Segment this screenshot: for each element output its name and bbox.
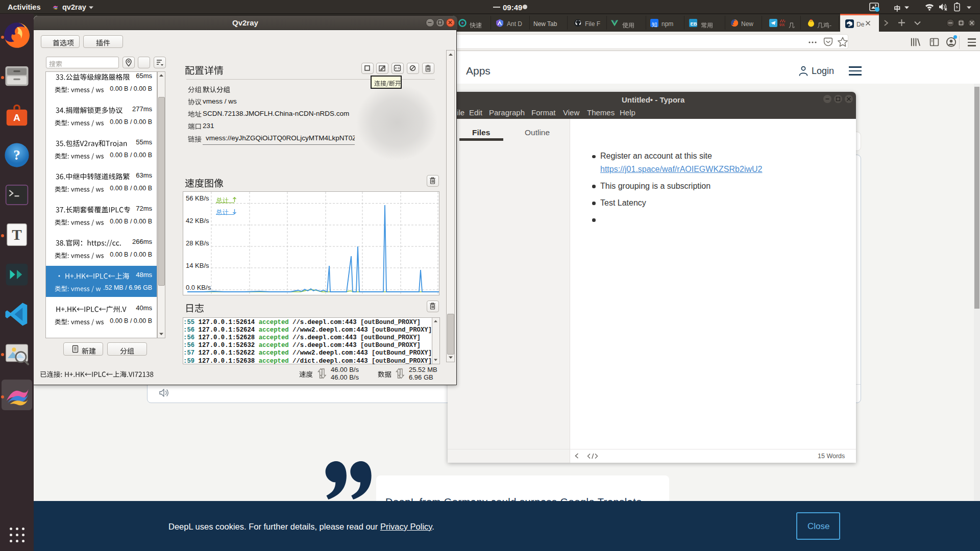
svg-text:T: T [12,227,22,243]
svg-text:A: A [13,112,20,123]
svg-text:?: ? [13,147,20,163]
